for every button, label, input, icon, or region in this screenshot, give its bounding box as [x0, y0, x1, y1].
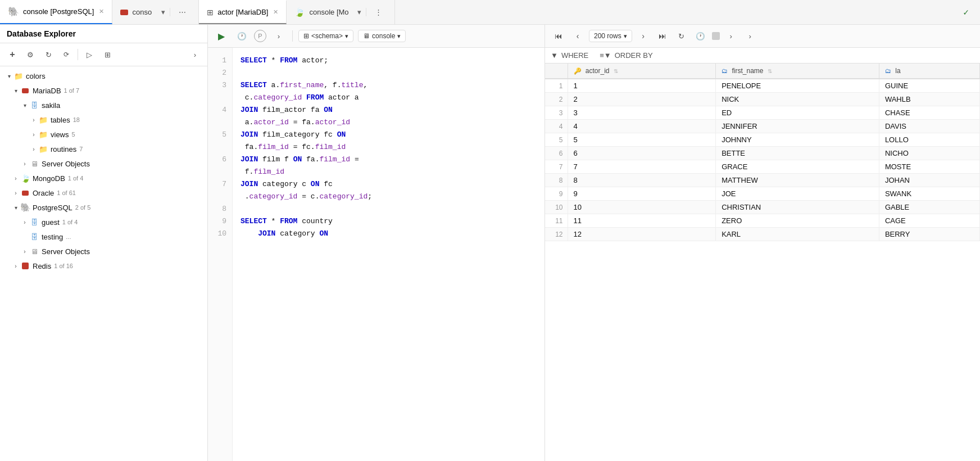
nav-next-button[interactable]: › — [636, 28, 651, 44]
table-row[interactable]: 3 3 ED CHASE — [545, 106, 980, 120]
data-table: 🔑 actor_id ⇅ 🗂 first_name ⇅ 🗂 la — [545, 64, 980, 241]
tree-item-views[interactable]: › 📁 views 5 — [0, 127, 207, 142]
where-filter-button[interactable]: ▼ WHERE — [551, 51, 588, 60]
history-results-button[interactable]: 🕐 — [693, 28, 709, 44]
badge-mariadb: 1 of 7 — [64, 87, 80, 94]
table-row[interactable]: 9 9 JOE SWANK — [545, 187, 980, 201]
tree-item-redis[interactable]: › Redis 1 of 16 — [0, 259, 207, 273]
row-number: 6 — [545, 147, 568, 160]
cell-actor-id: 7 — [568, 160, 716, 174]
where-label: WHERE — [561, 51, 588, 60]
settings-button[interactable]: ⚙ — [22, 47, 38, 62]
cell-last-name: GUINE — [879, 79, 979, 93]
tree-item-server-objects-postgres[interactable]: › 🖥 Server Objects — [0, 244, 207, 259]
cell-first-name: JOE — [716, 187, 879, 201]
cell-first-name: PENELOPE — [716, 79, 879, 93]
cell-actor-id: 12 — [568, 228, 716, 241]
nav-prev-button[interactable]: ‹ — [570, 28, 586, 44]
schema-select[interactable]: ⊞ <schema> ▾ — [298, 30, 353, 42]
tab-more-oracle[interactable]: ⋯ — [174, 8, 190, 16]
table-row[interactable]: 4 4 JENNIFER DAVIS — [545, 120, 980, 133]
cell-first-name: BETTE — [716, 147, 879, 160]
tree-item-oracle[interactable]: › Oracle 1 of 61 — [0, 186, 207, 200]
tab-dropdown-oracle[interactable]: ▾ — [157, 8, 170, 16]
code-line-6a: JOIN film f ON fa.film_id = — [241, 153, 537, 166]
tree-item-mongodb[interactable]: › 🍃 MongoDB 1 of 4 — [0, 171, 207, 186]
filter-bar: ▼ WHERE ≡▼ ORDER BY — [545, 48, 980, 64]
cell-last-name: DAVIS — [879, 120, 979, 133]
cell-first-name: NICK — [716, 93, 879, 106]
tab-mariadb-actor[interactable]: ⊞ actor [MariaDB] ✕ — [199, 0, 287, 24]
nav-last-button[interactable]: ⏭ — [655, 28, 670, 44]
table-row[interactable]: 6 6 BETTE NICHO — [545, 147, 980, 160]
history-button[interactable]: 🕐 — [234, 28, 249, 44]
rows-select[interactable]: 200 rows ▾ — [589, 30, 632, 42]
sort-first-name[interactable]: ⇅ — [768, 68, 772, 74]
table-row[interactable]: 2 2 NICK WAHLB — [545, 93, 980, 106]
tree-item-colors[interactable]: ▾ 📁 colors — [0, 69, 207, 83]
tree-item-sakila[interactable]: ▾ 🗄 sakila — [0, 98, 207, 112]
col-header-first-name[interactable]: 🗂 first_name ⇅ — [716, 64, 879, 79]
tab-close-mariadb[interactable]: ✕ — [273, 8, 278, 16]
tab-postgres-console[interactable]: 🐘 console [PostgreSQL] ✕ — [0, 0, 112, 24]
tree-item-mariadb[interactable]: ▾ MariaDB 1 of 7 — [0, 83, 207, 98]
tab-dropdown-mongo[interactable]: ▾ — [353, 8, 366, 16]
col-header-actor-id[interactable]: 🔑 actor_id ⇅ — [568, 64, 716, 79]
tab-close-postgres[interactable]: ✕ — [99, 8, 104, 15]
console-select[interactable]: 🖥 console ▾ — [358, 30, 406, 42]
tree-item-tables[interactable]: › 📁 tables 18 — [0, 112, 207, 127]
arrow-server-postgres: › — [20, 248, 29, 255]
table-row[interactable]: 11 11 ZERO CAGE — [545, 214, 980, 228]
order-by-button[interactable]: ≡▼ ORDER BY — [600, 51, 652, 60]
refresh-button[interactable]: ↻ — [40, 47, 56, 62]
screen-button[interactable]: ▷ — [81, 47, 97, 62]
results-more1[interactable]: › — [723, 28, 739, 44]
postgres-icon: 🐘 — [8, 6, 19, 17]
stop-button[interactable] — [712, 32, 720, 40]
oracle-icon — [120, 10, 128, 15]
sidebar: Database Explorer + ⚙ ↻ ⟳ ▷ ⊞ › ▾ 📁 colo… — [0, 25, 208, 461]
tree-item-routines[interactable]: › 📁 routines 7 — [0, 142, 207, 156]
row-number: 4 — [545, 120, 568, 133]
tree-item-postgresql[interactable]: ▾ 🐘 PostgreSQL 2 of 5 — [0, 200, 207, 215]
forward-button[interactable]: › — [271, 28, 287, 44]
tab-oracle-console[interactable]: conso ▾ ⋯ — [112, 0, 199, 24]
run-button[interactable]: ▶ — [214, 28, 229, 44]
badge-postgresql: 2 of 5 — [75, 204, 91, 211]
postgres-icon: 🐘 — [20, 202, 30, 213]
table-row[interactable]: 10 10 CHRISTIAN GABLE — [545, 201, 980, 214]
tab-more-mongo[interactable]: ⋮ — [370, 8, 387, 16]
table-row[interactable]: 12 12 KARL BERRY — [545, 228, 980, 241]
nav-first-button[interactable]: ⏮ — [551, 28, 566, 44]
label-mongodb: MongoDB — [33, 174, 65, 183]
table-row[interactable]: 1 1 PENELOPE GUINE — [545, 79, 980, 93]
refresh-results-button[interactable]: ↻ — [674, 28, 689, 44]
sort-actor-id[interactable]: ⇅ — [614, 68, 618, 74]
tree-item-server-objects-mariadb[interactable]: › 🖥 Server Objects — [0, 156, 207, 171]
table-row[interactable]: 5 5 JOHNNY LOLLO — [545, 133, 980, 147]
cell-first-name: ZERO — [716, 214, 879, 228]
col-header-last-name[interactable]: 🗂 la — [879, 64, 979, 79]
row-number: 10 — [545, 201, 568, 214]
tab-mongo-console[interactable]: 🍃 console [Mo ▾ ⋮ — [287, 0, 394, 24]
cell-first-name: JENNIFER — [716, 120, 879, 133]
tree-item-testing[interactable]: 🗄 testing ... — [0, 229, 207, 244]
table-row[interactable]: 7 7 GRACE MOSTE — [545, 160, 980, 174]
schema-button[interactable]: ⟳ — [58, 47, 74, 62]
add-connection-button[interactable]: + — [4, 47, 20, 62]
cell-actor-id: 10 — [568, 201, 716, 214]
row-number: 1 — [545, 79, 568, 93]
schema-icon-toolbar: ⊞ — [303, 32, 309, 40]
cell-first-name: CHRISTIAN — [716, 201, 879, 214]
table-row[interactable]: 8 8 MATTHEW JOHAN — [545, 174, 980, 187]
badge-tables: 18 — [73, 116, 80, 123]
pause-button[interactable]: P — [254, 30, 266, 42]
editor-area: ▶ 🕐 P › ⊞ <schema> ▾ 🖥 console ▾ 1234567… — [208, 25, 545, 461]
tree-item-guest[interactable]: › 🗄 guest 1 of 4 — [0, 215, 207, 229]
code-editor[interactable]: SELECT * FROM actor; SELECT a.first_name… — [233, 48, 545, 461]
row-number: 2 — [545, 93, 568, 106]
results-table: 🔑 actor_id ⇅ 🗂 first_name ⇅ 🗂 la — [545, 64, 980, 461]
results-more2[interactable]: › — [742, 28, 758, 44]
table-button[interactable]: ⊞ — [99, 47, 115, 62]
more-button[interactable]: › — [187, 47, 203, 62]
